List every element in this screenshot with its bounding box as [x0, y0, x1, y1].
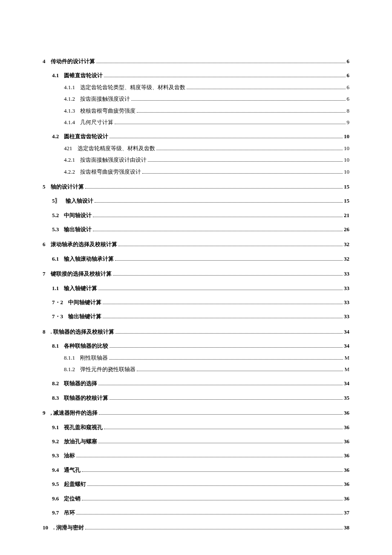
toc-number: 7・3 [52, 311, 63, 321]
toc-title: 几何尺寸计算 [80, 119, 113, 125]
toc-number: 5.3 [52, 224, 59, 234]
toc-title: , 减速器附件的选择 [51, 410, 98, 416]
toc-number: 8.1.2 [64, 364, 75, 374]
toc-title: 输入轴键计算 [64, 285, 97, 291]
toc-label: 4.1圆锥直齿轮设计 [52, 70, 103, 80]
toc-page: 36 [344, 422, 349, 432]
toc-number: 4.2.1 [64, 155, 75, 165]
toc-leader [82, 495, 343, 500]
toc-number: 1.1 [52, 283, 59, 293]
toc-leader [115, 256, 343, 260]
toc-leader [110, 343, 343, 348]
toc-leader [87, 481, 343, 486]
toc-entry: 10. 润滑与密封38 [43, 523, 349, 532]
toc-number: 10 [43, 523, 48, 532]
toc-label: 9.7吊环 [52, 508, 75, 517]
toc-entry: 6.1输入轴滚动轴承计算32 [52, 254, 349, 264]
toc-title: 键联接的选择及校核计算 [51, 270, 112, 277]
toc-leader [131, 96, 346, 101]
toc-label: 4.1.3校核齿根弯曲疲劳强度 [64, 106, 135, 116]
toc-page: 36 [344, 436, 349, 446]
toc-entry: 1.1输入轴键计算33 [52, 283, 349, 293]
toc-label: 8.3联轴器的校核计算 [52, 393, 108, 403]
toc-page: 37 [344, 508, 349, 517]
toc-title: . 润滑与密封 [53, 524, 84, 531]
toc-page: 10 [344, 155, 349, 165]
toc-entry: 421选定齿轮精度等级、材料及齿数10 [64, 143, 349, 153]
toc-page: 8 [347, 106, 350, 116]
toc-title: 选定齿轮精度等级、材料及齿数 [78, 145, 155, 151]
toc-leader [85, 184, 343, 189]
toc-number: 9.5 [52, 479, 59, 489]
toc-number: 4.1.4 [64, 117, 75, 127]
toc-page: 36 [344, 450, 349, 460]
toc-leader [103, 314, 343, 318]
toc-title: 输出轴设计 [64, 226, 92, 232]
toc-number: 4.1.3 [64, 106, 75, 116]
toc-title: 定位销 [64, 495, 81, 502]
toc-title: . 联轴器的选择及校核计算 [51, 328, 115, 335]
toc-label: 8.1.2弹性元件的挠性联轴器 [64, 364, 135, 374]
toc-page: 26 [344, 224, 349, 234]
toc-label: 9.3油标 [52, 450, 75, 460]
toc-entry: 8.3联轴器的校核计算35 [52, 393, 349, 403]
toc-title: 圆锥直齿轮设计 [64, 72, 103, 78]
toc-entry: 8.2联轴器的选择34 [52, 378, 349, 388]
toc-label: 7・2中间轴键计算 [52, 297, 101, 307]
toc-leader [104, 73, 345, 77]
toc-page: M [344, 364, 349, 374]
toc-leader [96, 58, 346, 63]
toc-number: 9.1 [52, 422, 59, 432]
toc-title: 按齿面接触强度设计由设计 [80, 157, 147, 163]
toc-entry: 9, 减速器附件的选择36 [43, 408, 349, 418]
toc-entry: 4.1.4几何尺寸计算9 [64, 117, 349, 127]
toc-leader [99, 410, 343, 415]
toc-label: 9.5起盖螺钉 [52, 479, 86, 489]
toc-label: 9.6定位销 [52, 494, 81, 503]
toc-leader [110, 134, 343, 138]
toc-page: 10 [344, 131, 349, 141]
toc-label: 4.2圆柱直齿齿轮设计 [52, 131, 108, 141]
toc-label: 9.4通气孔 [52, 465, 81, 475]
toc-title: 输出轴键计算 [68, 313, 101, 320]
toc-entry: 9.2放油孔与螺塞36 [52, 436, 349, 446]
toc-title: 选定齿轮齿轮类型、精度等级、材料及齿数 [80, 84, 185, 90]
toc-number: 5.2 [52, 210, 59, 220]
toc-number: 4.1 [52, 70, 59, 80]
toc-label: 4.1.1选定齿轮齿轮类型、精度等级、材料及齿数 [64, 82, 185, 92]
toc-page: 34 [344, 327, 349, 337]
toc-label: 5〗输入轴设计 [52, 196, 93, 206]
toc-number: 6.1 [52, 254, 59, 264]
toc-leader [98, 285, 343, 290]
toc-leader [76, 453, 343, 457]
toc-page: 35 [344, 393, 349, 403]
toc-page: 36 [344, 479, 349, 489]
toc-entry: 8.1.2弹性元件的挠性联轴器M [64, 364, 349, 374]
table-of-contents: 4传动件的设计计算64.1圆锥直齿轮设计64.1.1选定齿轮齿轮类型、精度等级、… [43, 56, 349, 533]
toc-page: 6 [347, 82, 350, 92]
toc-leader [93, 227, 343, 231]
toc-number: 8.1.1 [64, 353, 75, 363]
toc-leader [93, 212, 343, 217]
toc-title: 通气孔 [64, 467, 81, 473]
toc-entry: 9.3油标36 [52, 450, 349, 460]
toc-title: 吊环 [64, 509, 75, 516]
toc-entry: 9.4通气孔36 [52, 465, 349, 475]
toc-entry: 4.1.1选定齿轮齿轮类型、精度等级、材料及齿数6 [64, 82, 349, 92]
toc-leader [148, 157, 343, 162]
toc-title: 起盖螺钉 [64, 481, 86, 487]
toc-page: 36 [344, 408, 349, 418]
toc-page: 33 [344, 283, 349, 293]
toc-entry: 7・2中间轴键计算33 [52, 297, 349, 307]
toc-label: 5轴的设计计算 [43, 182, 84, 192]
toc-number: 4.1.2 [64, 94, 75, 104]
toc-leader [137, 108, 346, 112]
toc-number: 9 [43, 408, 46, 418]
toc-title: 刚性联轴器 [80, 355, 108, 361]
toc-number: 8 [43, 327, 46, 337]
toc-entry: 4.1.3校核齿根弯曲疲劳强度8 [64, 106, 349, 116]
toc-leader [103, 299, 343, 304]
toc-page: 32 [344, 239, 349, 249]
toc-number: 4.1.1 [64, 82, 75, 92]
toc-title: 弹性元件的挠性联轴器 [80, 366, 135, 372]
